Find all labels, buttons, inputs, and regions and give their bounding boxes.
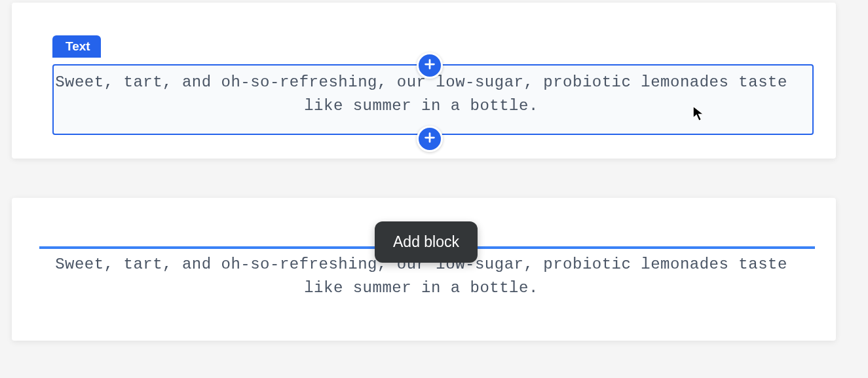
add-block-before-button[interactable] (417, 52, 443, 79)
plus-icon (423, 130, 437, 147)
plus-icon (423, 57, 437, 74)
tooltip-label: Add block (393, 233, 459, 250)
block-type-label: Text (66, 39, 90, 54)
add-block-tooltip: Add block (375, 221, 478, 263)
text-block-content[interactable]: Sweet, tart, and oh-so-refreshing, our l… (41, 71, 802, 118)
block-type-badge[interactable]: Text (52, 35, 101, 58)
add-block-after-button[interactable] (417, 126, 443, 152)
